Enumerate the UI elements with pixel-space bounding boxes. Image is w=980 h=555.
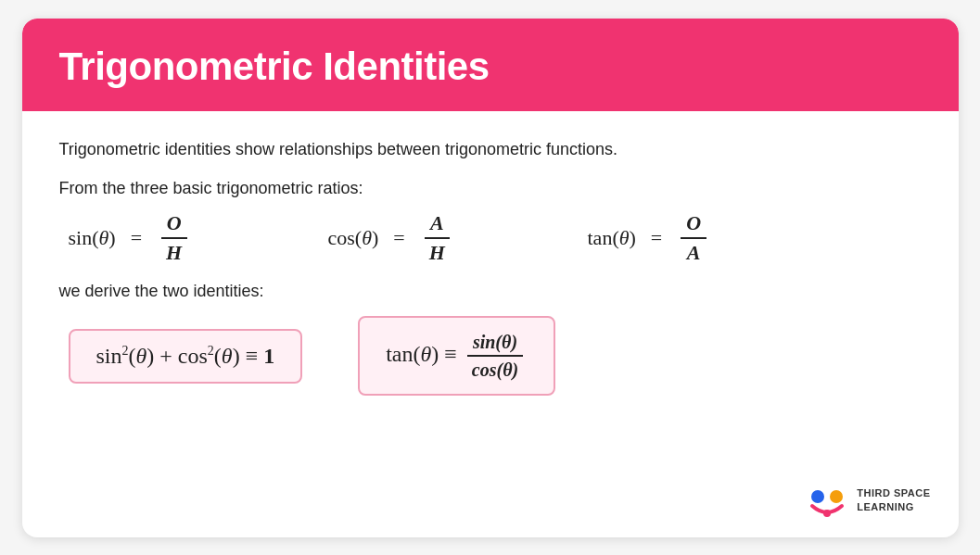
identities-row: sin2(θ) + cos2(θ) ≡ 1 tan(θ) ≡ sin(θ) co… [59, 316, 922, 396]
derive-text: we derive the two identities: [59, 282, 922, 301]
identity-box-2: tan(θ) ≡ sin(θ) cos(θ) [358, 316, 555, 396]
ratio-tan: tan(θ) = O A [588, 211, 847, 266]
sin-equals: = [131, 226, 142, 250]
cos-fraction: A H [424, 211, 451, 266]
identity-box-1: sin2(θ) + cos2(θ) ≡ 1 [69, 329, 303, 384]
identity-2-den: cos(θ) [466, 357, 524, 381]
tan-equals: = [651, 226, 662, 250]
ratio-cos: cos(θ) = A H [328, 211, 588, 266]
identity-2-fraction: sin(θ) cos(θ) [466, 331, 524, 381]
logo-area: THIRD SPACELEARNING [805, 478, 930, 523]
svg-point-2 [823, 510, 831, 517]
card-header: Trigonometric Identities [22, 19, 959, 111]
svg-point-0 [811, 490, 824, 503]
cos-equals: = [393, 226, 404, 250]
tan-fn: tan(θ) [588, 226, 636, 250]
page-title: Trigonometric Identities [59, 44, 922, 89]
sin-fraction: O H [160, 211, 187, 266]
identity-2-expr: tan(θ) ≡ sin(θ) cos(θ) [386, 331, 528, 381]
cos-denominator: H [424, 239, 451, 265]
identity-1-expr: sin2(θ) + cos2(θ) ≡ 1 [96, 344, 275, 369]
tsl-logo-icon [805, 478, 849, 523]
cos-numerator: A [425, 211, 450, 239]
cos-fn: cos(θ) [328, 226, 379, 250]
ratios-row: sin(θ) = O H cos(θ) = A H [59, 211, 922, 266]
sin-fn: sin(θ) [69, 226, 116, 250]
sin-expr: sin(θ) = O H [69, 211, 192, 266]
ratio-sin: sin(θ) = O H [69, 211, 328, 266]
tan-expr: tan(θ) = O A [588, 211, 711, 266]
tan-denominator: A [681, 239, 706, 265]
logo-text: THIRD SPACELEARNING [857, 486, 930, 513]
card-body: Trigonometric identities show relationsh… [22, 111, 959, 537]
identity-2-num: sin(θ) [467, 331, 523, 357]
svg-point-1 [830, 490, 843, 503]
cos-expr: cos(θ) = A H [328, 211, 454, 266]
tan-fraction: O A [681, 211, 706, 266]
main-card: Trigonometric Identities Trigonometric i… [22, 19, 959, 537]
sin-numerator: O [161, 211, 187, 239]
intro-text: Trigonometric identities show relationsh… [59, 137, 922, 162]
from-text: From the three basic trigonometric ratio… [59, 179, 922, 198]
tan-numerator: O [681, 211, 706, 239]
sin-denominator: H [160, 239, 187, 265]
